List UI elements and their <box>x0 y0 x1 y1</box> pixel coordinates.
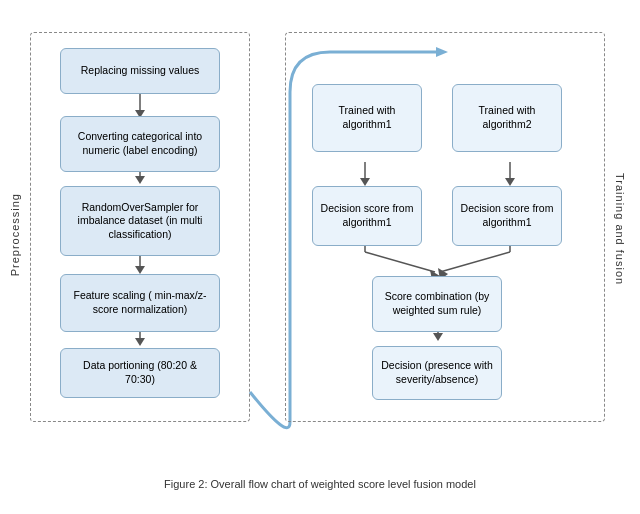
step-decision-score1: Decision score from algorithm1 <box>312 186 422 246</box>
step-trained-algo1: Trained with algorithm1 <box>312 84 422 152</box>
figure-caption: Figure 2: Overall flow chart of weighted… <box>20 478 620 490</box>
step-data-portioning: Data portioning (80:20 & 70:30) <box>60 348 220 398</box>
step-random-oversampler: RandomOverSampler for imbalance dataset … <box>60 186 220 256</box>
step-score-combination: Score combination (by weighted sum rule) <box>372 276 502 332</box>
diagram-container: Preprocessing Training and fusion Replac… <box>20 22 620 492</box>
step-decision-score2: Decision score from algorithm1 <box>452 186 562 246</box>
step-replacing-missing: Replacing missing values <box>60 48 220 94</box>
step-decision: Decision (presence with severity/absence… <box>372 346 502 400</box>
step-feature-scaling: Feature scaling ( min-max/z-score normal… <box>60 274 220 332</box>
training-label: Training and fusion <box>614 173 626 285</box>
preprocess-label: Preprocessing <box>9 193 21 276</box>
step-trained-algo2: Trained with algorithm2 <box>452 84 562 152</box>
step-converting-categorical: Converting categorical into numeric (lab… <box>60 116 220 172</box>
